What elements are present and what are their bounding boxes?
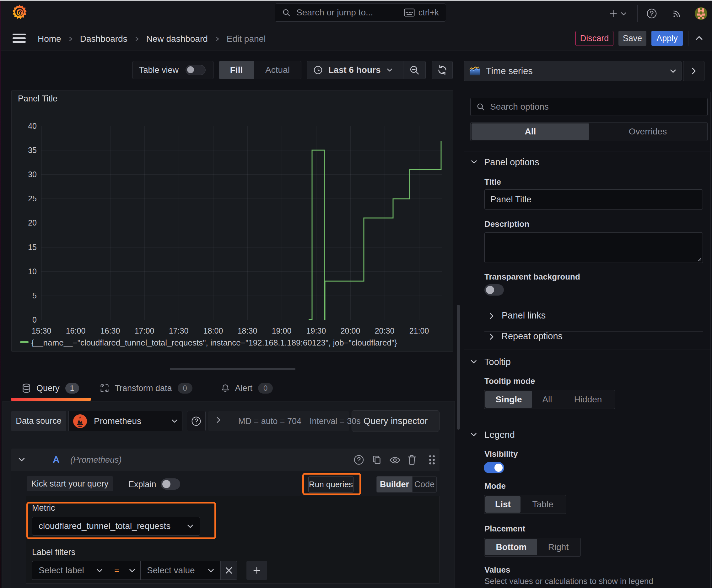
svg-text:18:00: 18:00 [203,327,223,335]
svg-text:21:00: 21:00 [409,327,429,335]
svg-text:20: 20 [28,218,37,227]
svg-text:20:00: 20:00 [341,327,360,335]
svg-text:16:30: 16:30 [101,327,120,335]
svg-text:20:30: 20:30 [375,327,395,335]
svg-text:17:00: 17:00 [135,327,154,335]
svg-text:15: 15 [28,243,37,252]
svg-text:40: 40 [28,122,37,130]
svg-text:5: 5 [33,291,37,300]
svg-text:15:30: 15:30 [32,327,51,335]
svg-text:{__name__="cloudflared_tunnel_: {__name__="cloudflared_tunnel_total_requ… [31,338,397,348]
svg-text:25: 25 [28,194,37,203]
svg-text:30: 30 [28,170,37,179]
svg-text:18:30: 18:30 [238,327,257,335]
svg-text:35: 35 [28,146,37,154]
svg-text:19:00: 19:00 [272,327,292,335]
svg-text:0: 0 [33,315,37,324]
svg-text:17:30: 17:30 [169,327,189,335]
svg-text:19:30: 19:30 [306,327,326,335]
svg-text:10: 10 [28,267,37,276]
svg-text:16:00: 16:00 [66,327,86,335]
